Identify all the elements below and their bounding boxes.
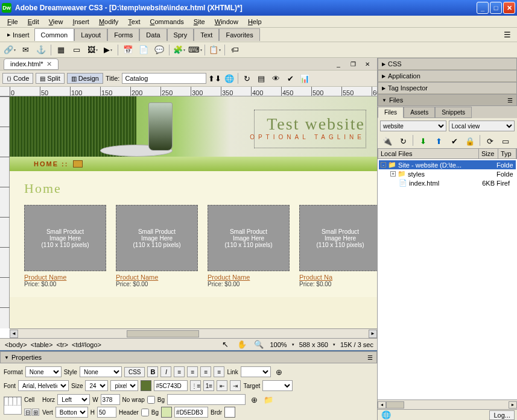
tag-body[interactable]: <body> xyxy=(4,341,28,348)
insert-tab-favorites[interactable]: Favorites xyxy=(219,28,259,41)
image-icon[interactable]: 🖼▾ xyxy=(86,44,98,56)
expand-icon[interactable]: ▭ xyxy=(500,135,512,147)
doc-restore-icon[interactable]: ❐ xyxy=(347,58,359,70)
tree-row[interactable]: 📄index.html6KBFiref xyxy=(379,178,516,187)
file-tree[interactable]: -📁Site - website (D:\te...Folde+📁stylesF… xyxy=(378,159,517,400)
product-name-link[interactable]: Product Na xyxy=(299,274,377,281)
insert-tab-data[interactable]: Data xyxy=(139,28,167,41)
bg-color-swatch[interactable] xyxy=(161,407,172,418)
checkin-icon[interactable]: 🔒 xyxy=(464,135,476,147)
insert-tab-layout[interactable]: Layout xyxy=(74,28,107,41)
files-tab-files[interactable]: Files xyxy=(378,107,404,118)
site-select[interactable]: website xyxy=(380,121,446,131)
visual-aids-icon[interactable]: 👁 xyxy=(270,72,282,84)
files-scrollbar[interactable]: ◄ ► xyxy=(378,400,517,409)
insert-tab-text[interactable]: Text xyxy=(194,28,219,41)
hyperlink-icon[interactable]: 🔗▾ xyxy=(4,44,16,56)
head-icon[interactable]: 🧩▾ xyxy=(173,44,185,56)
files-tab-snippets[interactable]: Snippets xyxy=(435,107,472,118)
indent-button[interactable]: ⇥ xyxy=(230,380,241,391)
height-input[interactable] xyxy=(97,407,116,418)
doc-close-icon[interactable]: ✕ xyxy=(361,58,373,70)
files-panel-header[interactable]: ▼Files☰ xyxy=(378,94,517,106)
menu-edit[interactable]: Edit xyxy=(23,17,44,27)
templates-icon[interactable]: 📋▾ xyxy=(209,44,221,56)
panel-options-icon[interactable]: ☰ xyxy=(507,97,513,104)
insert-tab-forms[interactable]: Forms xyxy=(107,28,139,41)
tag-tr[interactable]: <tr> xyxy=(55,341,69,348)
expand-icon[interactable]: - xyxy=(381,162,386,168)
refresh-icon[interactable]: ↻ xyxy=(241,72,253,84)
menu-commands[interactable]: Commands xyxy=(145,17,189,27)
vert-select[interactable]: Bottom xyxy=(56,407,88,418)
split-view-button[interactable]: ▤Split xyxy=(36,73,64,84)
canvas-dimensions[interactable]: 588 x 360 xyxy=(299,341,328,348)
horizontal-scrollbar[interactable]: ◄ ► xyxy=(10,328,377,338)
zoom-icon[interactable]: 🔍 xyxy=(253,339,265,351)
panel-options-icon[interactable]: ☰ xyxy=(367,354,373,361)
menu-site[interactable]: Site xyxy=(189,17,210,27)
target-select[interactable] xyxy=(262,380,293,391)
hand-icon[interactable]: ✋ xyxy=(236,339,248,351)
cell-icon[interactable] xyxy=(4,396,22,415)
nav-home-link[interactable]: HOME :: xyxy=(34,160,68,168)
bg-folder-icon[interactable]: 📁 xyxy=(262,393,274,406)
outdent-button[interactable]: ⇤ xyxy=(217,380,227,391)
horz-select[interactable]: Left xyxy=(57,394,90,405)
ftp-log-icon[interactable]: 🌐 xyxy=(380,409,392,421)
files-tab-assets[interactable]: Assets xyxy=(404,107,435,118)
menu-modify[interactable]: Modify xyxy=(94,17,123,27)
menu-insert[interactable]: Insert xyxy=(68,17,94,27)
date-icon[interactable]: 📅 xyxy=(122,44,134,56)
refresh-files-icon[interactable]: ↻ xyxy=(397,135,409,147)
scroll-right-icon[interactable]: ► xyxy=(369,330,377,338)
css-button[interactable]: CSS xyxy=(124,367,145,377)
split-cells-button[interactable]: ⊞ xyxy=(32,409,39,416)
menu-view[interactable]: View xyxy=(44,17,68,27)
application-panel-header[interactable]: ▶Application xyxy=(378,70,517,82)
view-options-icon[interactable]: ▤ xyxy=(255,72,267,84)
product-name-link[interactable]: Product Name xyxy=(116,274,198,281)
text-color-input[interactable] xyxy=(154,380,188,391)
product-name-link[interactable]: Product Name xyxy=(24,274,106,281)
align-left-button[interactable]: ≡ xyxy=(174,366,185,377)
log-button[interactable]: Log... xyxy=(489,410,515,420)
header-checkbox[interactable] xyxy=(141,409,149,416)
insert-options-icon[interactable]: ☰ xyxy=(501,29,513,41)
format-select[interactable]: None xyxy=(25,366,62,377)
ul-button[interactable]: ⋮≡ xyxy=(190,380,201,391)
font-select[interactable]: Arial, Helvetica xyxy=(18,380,69,391)
css-panel-header[interactable]: ▶CSS xyxy=(378,58,517,70)
close-button[interactable]: ✕ xyxy=(503,2,515,14)
width-input[interactable] xyxy=(101,394,120,405)
nowrap-checkbox[interactable] xyxy=(147,396,155,404)
browser-check-icon[interactable]: 📊 xyxy=(299,72,311,84)
minimize-button[interactable]: _ xyxy=(477,2,489,14)
menu-file[interactable]: File xyxy=(2,17,23,27)
tag-tdlogo[interactable]: <td#logo> xyxy=(71,341,103,348)
browse-folder-icon[interactable]: ⊕ xyxy=(248,393,260,406)
bg-color-input[interactable] xyxy=(174,407,208,418)
merge-cells-button[interactable]: ⊟ xyxy=(24,409,31,416)
checkout-icon[interactable]: ✔ xyxy=(448,135,460,147)
sync-icon[interactable]: ⟳ xyxy=(484,135,496,147)
tree-row[interactable]: +📁stylesFolde xyxy=(379,169,516,178)
style-select[interactable]: None xyxy=(80,366,122,377)
design-view-button[interactable]: ▥Design xyxy=(67,73,103,84)
italic-button[interactable]: I xyxy=(160,366,171,377)
bg-input[interactable] xyxy=(167,394,246,405)
view-select[interactable]: Local view xyxy=(449,121,515,131)
table-icon[interactable]: ▦ xyxy=(55,44,67,56)
menu-help[interactable]: Help xyxy=(243,17,267,27)
align-center-button[interactable]: ≡ xyxy=(187,366,198,377)
border-color-swatch[interactable] xyxy=(224,407,235,418)
connect-icon[interactable]: 🔌 xyxy=(381,135,393,147)
link-select[interactable] xyxy=(241,366,271,377)
text-color-swatch[interactable] xyxy=(141,380,151,391)
align-right-button[interactable]: ≡ xyxy=(200,366,211,377)
check-icon[interactable]: ⬆⬇ xyxy=(209,72,221,84)
media-icon[interactable]: ▶▾ xyxy=(102,44,114,56)
menu-text[interactable]: Text xyxy=(123,17,145,27)
zoom-value[interactable]: 100% xyxy=(270,341,287,348)
maximize-button[interactable]: □ xyxy=(490,2,502,14)
